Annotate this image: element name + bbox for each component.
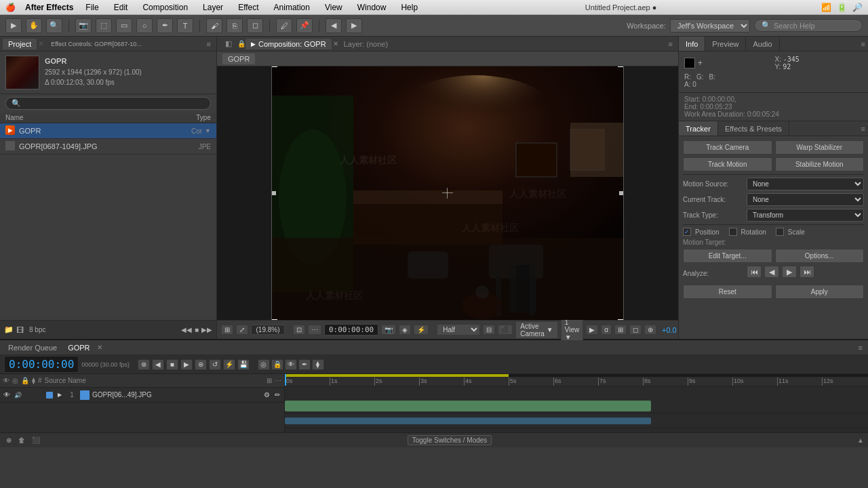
track-type-dropdown[interactable]: Transform <box>747 209 864 222</box>
tool-zoom[interactable]: 🔍 <box>46 18 62 33</box>
options-button[interactable]: Options... <box>775 249 865 263</box>
handle-top-left[interactable] <box>272 66 277 67</box>
track-row-2[interactable] <box>285 413 868 428</box>
viewer-snap-btn[interactable]: ⊕ <box>644 325 656 335</box>
timecode-display[interactable]: 0:00:00:00 <box>324 324 378 336</box>
project-search[interactable]: 🔍 <box>5 97 211 110</box>
viewer-toggle-btn[interactable]: ⬛ <box>498 325 513 335</box>
track-motion-button[interactable]: Track Motion <box>683 157 772 171</box>
layer-header-eye-icon[interactable]: 👁 <box>3 377 9 384</box>
tl-cache[interactable]: 💾 <box>237 359 250 370</box>
viewer-fast-preview[interactable]: ⚡ <box>414 325 429 335</box>
tab-effects-presets[interactable]: Effects & Presets <box>718 121 789 136</box>
tab-audio[interactable]: Audio <box>746 37 779 51</box>
menu-effect[interactable]: Effect <box>235 2 261 13</box>
search-help-box[interactable]: 🔍 Search Help <box>754 19 863 32</box>
lc-new-comp-icon[interactable]: ⊕ <box>4 436 14 444</box>
apply-button[interactable]: Apply <box>775 285 865 299</box>
layer-expand-toggle[interactable]: ▶ <box>56 391 64 399</box>
comp-canvas[interactable]: 人人素材社区 人人素材社区 人人素材社区 人人素材社区 <box>271 66 624 320</box>
lc-solo-icon[interactable]: ⬛ <box>30 436 42 444</box>
breadcrumb-gopr[interactable]: GOPR <box>222 54 255 64</box>
viewer-3d-btn[interactable]: ◈ <box>399 325 411 335</box>
app-name[interactable]: After Effects <box>25 3 73 12</box>
workspace-dropdown[interactable]: Jeff's Workspace <box>670 19 750 33</box>
handle-top-right[interactable] <box>618 66 623 67</box>
comp-tab-close[interactable]: ✕ <box>333 40 338 47</box>
tl-ram-preview[interactable]: ⚡ <box>223 359 235 370</box>
warp-stabilizer-button[interactable]: Warp Stabilizer <box>775 140 865 155</box>
track-area[interactable]: 0s 1s 2s 3s 4s 5s 6s 7s 8s 9s <box>285 374 868 432</box>
view-selector-btn[interactable]: 1 View ▼ <box>561 317 584 342</box>
tl-play-backward[interactable]: ◀ <box>152 359 164 370</box>
tl-first-frame[interactable]: ⊛ <box>138 359 150 370</box>
motion-source-dropdown[interactable]: None <box>747 178 864 190</box>
menu-file[interactable]: File <box>83 2 101 13</box>
scale-checkbox[interactable] <box>776 228 784 236</box>
tool-puppet[interactable]: 📌 <box>296 18 313 33</box>
handle-left[interactable] <box>272 191 276 195</box>
layer-name-label[interactable]: GOPR[06...49].JPG <box>92 391 260 399</box>
viewer-alpha-btn[interactable]: α <box>601 325 612 335</box>
tab-info[interactable]: Info <box>679 37 705 51</box>
reset-button[interactable]: Reset <box>683 285 772 299</box>
track-row-1[interactable] <box>285 399 868 413</box>
tool-ellipse-mask[interactable]: ○ <box>136 18 153 33</box>
viewer-sep-btn[interactable]: ⊟ <box>483 325 495 335</box>
tl-pen-tool[interactable]: ✒ <box>298 359 311 370</box>
menu-view[interactable]: View <box>322 2 345 13</box>
layer-header-more[interactable]: ⋯ <box>275 377 281 384</box>
info-panel-options[interactable]: ≡ <box>859 40 868 48</box>
track-camera-button[interactable]: Track Camera <box>683 140 772 155</box>
position-checkbox[interactable]: ✓ <box>683 228 691 236</box>
active-camera-btn[interactable]: Active Camera ▼ <box>515 321 557 339</box>
edit-target-button[interactable]: Edit Target... <box>683 249 772 263</box>
project-search-input[interactable] <box>24 100 205 108</box>
tab-project[interactable]: Project <box>3 39 37 49</box>
zoom-display[interactable]: (19.8%) <box>251 325 285 335</box>
stabilize-motion-button[interactable]: Stabilize Motion <box>775 157 865 171</box>
layer-audio-toggle[interactable]: 🔊 <box>14 391 22 399</box>
layer-eye-toggle[interactable]: 👁 <box>3 391 11 399</box>
tab-preview[interactable]: Preview <box>705 37 746 51</box>
tab-render-queue[interactable]: Render Queue <box>3 342 62 353</box>
tab-gopr-comp[interactable]: GOPR <box>62 342 95 353</box>
project-new-comp-icon[interactable]: 🎞 <box>16 326 24 334</box>
tool-pan-behind[interactable]: ⬚ <box>96 18 112 33</box>
viewer-render-btn[interactable]: ▶ <box>586 325 598 335</box>
menu-edit[interactable]: Edit <box>111 2 131 13</box>
menu-composition[interactable]: Composition <box>140 2 191 13</box>
layer-header-switches[interactable]: ⊞ <box>267 377 272 384</box>
tab-composition[interactable]: ▶ Composition: GOPR <box>245 39 332 49</box>
menu-animation[interactable]: Animation <box>271 2 313 13</box>
tl-last-frame[interactable]: ⊛ <box>195 359 207 370</box>
handle-bottom-right[interactable] <box>618 319 623 320</box>
project-playback-stop[interactable]: ■ <box>195 326 199 333</box>
panel-options-button[interactable]: ≡ <box>204 40 214 48</box>
tl-loop[interactable]: ↺ <box>209 359 221 370</box>
comp-tab-close-timeline[interactable]: ✕ <box>97 344 102 351</box>
analyze-forward-one[interactable]: ▶ <box>782 266 797 278</box>
tool-hand[interactable]: ✋ <box>26 18 42 33</box>
layer-header-solo-icon[interactable]: ◎ <box>12 377 18 384</box>
viewer-fit-btn[interactable]: ⊡ <box>293 325 305 335</box>
tool-select[interactable]: ▶ <box>5 18 22 33</box>
timeline-options[interactable]: ≡ <box>856 344 865 352</box>
comp-panel-options[interactable]: ≡ <box>666 40 675 48</box>
analyze-backward-all[interactable]: ⏮ <box>747 266 762 278</box>
tool-camera[interactable]: 📷 <box>75 18 92 33</box>
viewer-camera-btn[interactable]: 📷 <box>381 325 396 335</box>
tab-effect-controls[interactable]: Effect Controls: GOPR[0687-10... <box>45 39 146 49</box>
layer-settings-toggle[interactable]: ⚙ <box>262 391 271 399</box>
playhead[interactable] <box>285 374 286 386</box>
tool-text[interactable]: T <box>177 18 193 33</box>
viewer-3d-view-btn[interactable]: ◻ <box>629 325 642 335</box>
tool-pen[interactable]: ✒ <box>157 18 173 33</box>
tool-brush[interactable]: 🖌 <box>206 18 222 33</box>
viewer-grid-btn[interactable]: ⊞ <box>221 325 233 335</box>
layer-paint-toggle[interactable]: ✏ <box>273 391 281 399</box>
layer-solo-toggle[interactable] <box>24 391 33 399</box>
current-track-dropdown[interactable]: None <box>747 193 864 206</box>
quality-dropdown[interactable]: HalfFullQuarter <box>437 324 480 336</box>
viewer-layers-btn[interactable]: ⊞ <box>614 325 627 335</box>
